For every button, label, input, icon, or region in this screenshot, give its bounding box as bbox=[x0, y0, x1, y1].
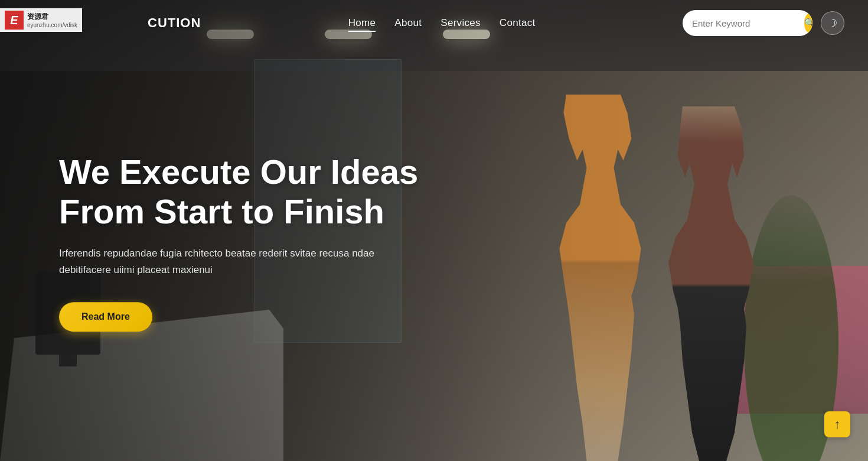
hero-title-line2: From Start to Finish bbox=[59, 192, 384, 230]
scroll-top-icon: ↑ bbox=[834, 417, 841, 432]
navbar: E 资源君 eyunzhu.com/vdisk CUTION Home Abou… bbox=[0, 0, 868, 46]
nav-link-about[interactable]: About bbox=[394, 17, 422, 31]
nav-link-contact[interactable]: Contact bbox=[500, 17, 536, 31]
watermark-chinese: 资源君 bbox=[27, 12, 77, 22]
hero-subtitle: Irferendis repudandae fugia rchitecto be… bbox=[59, 246, 390, 279]
nav-item-contact[interactable]: Contact bbox=[500, 17, 536, 29]
nav-item-about[interactable]: About bbox=[394, 17, 422, 29]
hero-title: We Execute Our Ideas From Start to Finis… bbox=[59, 152, 418, 231]
dark-mode-button[interactable]: ☽ bbox=[821, 11, 844, 35]
scroll-top-button[interactable]: ↑ bbox=[824, 411, 850, 437]
watermark: E 资源君 eyunzhu.com/vdisk bbox=[0, 8, 82, 32]
nav-link-home[interactable]: Home bbox=[348, 17, 376, 32]
nav-right: 🔍 ☽ bbox=[683, 10, 844, 36]
nav-link-services[interactable]: Services bbox=[440, 17, 481, 31]
nav-links: Home About Services Contact bbox=[348, 17, 536, 29]
read-more-button[interactable]: Read More bbox=[59, 303, 152, 332]
search-button[interactable]: 🔍 bbox=[804, 13, 812, 33]
hero-title-line1: We Execute Our Ideas bbox=[59, 152, 418, 191]
watermark-icon: E bbox=[5, 11, 24, 30]
watermark-text: 资源君 eyunzhu.com/vdisk bbox=[27, 12, 77, 28]
search-box[interactable]: 🔍 bbox=[683, 10, 812, 36]
nav-item-services[interactable]: Services bbox=[440, 17, 481, 29]
nav-item-home[interactable]: Home bbox=[348, 17, 376, 29]
watermark-url: eyunzhu.com/vdisk bbox=[27, 22, 77, 28]
dark-mode-icon: ☽ bbox=[828, 17, 837, 30]
brand-name: CUTION bbox=[148, 15, 201, 31]
hero-content: We Execute Our Ideas From Start to Finis… bbox=[59, 152, 418, 332]
search-input[interactable] bbox=[692, 18, 804, 28]
hero-section: E 资源君 eyunzhu.com/vdisk CUTION Home Abou… bbox=[0, 0, 868, 461]
search-icon: 🔍 bbox=[804, 18, 812, 28]
